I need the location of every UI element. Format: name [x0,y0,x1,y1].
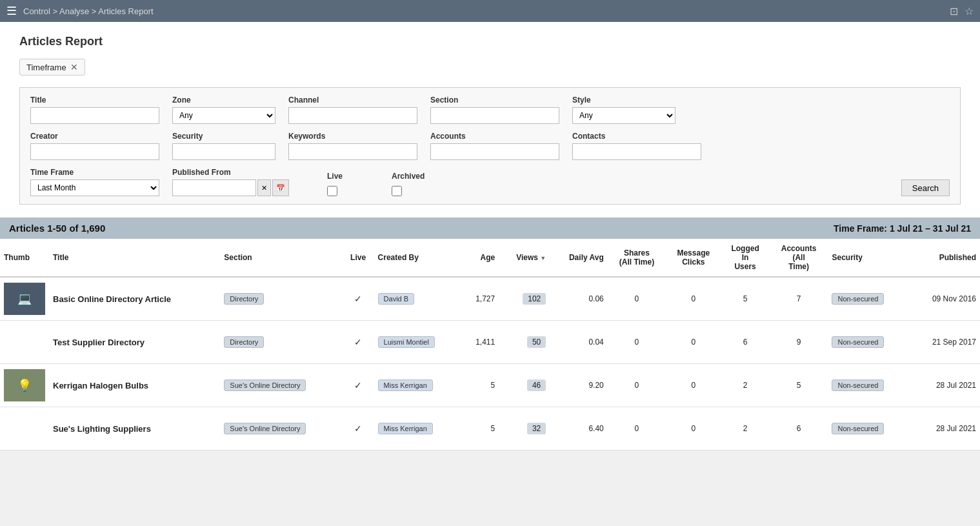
filter-form: Title Zone Any Channel Section Style A [19,87,961,205]
col-header-accounts-all-time: Accounts(AllTime) [770,239,828,277]
filter-group-channel: Channel [288,96,417,124]
filter-group-style: Style Any [572,96,675,124]
filter-label-section: Section [430,96,559,105]
cell-thumb: 💻 [0,277,49,321]
table-header-row: Thumb Title Section Live Created By Age … [0,239,980,277]
filter-group-published-from: Published From ✕ 📅 [172,168,314,196]
cell-daily-avg: 0.04 [550,321,608,364]
col-header-security: Security [828,239,910,277]
timeframe-tag-label: Timeframe [26,63,66,72]
filter-label-contacts: Contacts [572,132,701,141]
table-row[interactable]: 💻 Basic Online Directory Article Directo… [0,277,980,321]
window-icon[interactable]: ⊡ [950,5,958,17]
cell-shares: 0 [608,277,666,321]
cell-title[interactable]: Basic Online Directory Article [49,277,220,321]
cell-live: ✓ [343,321,374,364]
topbar-left: ☰ Control > Analyse > Articles Report [6,4,154,18]
page-title: Articles Report [19,35,961,48]
filter-input-title[interactable] [30,107,159,124]
main-content: Articles Report Timeframe ✕ Title Zone A… [0,22,980,217]
cell-section: Directory [220,277,342,321]
cell-title[interactable]: Test Supplier Directory [49,321,220,364]
cell-daily-avg: 0.06 [550,277,608,321]
filter-label-creator: Creator [30,132,159,141]
cell-daily-avg: 9.20 [550,364,608,407]
filter-label-title: Title [30,96,159,105]
filter-group-live: Live [327,172,379,196]
filter-checkbox-live[interactable] [327,186,337,196]
col-header-title: Title [49,239,220,277]
articles-table: Thumb Title Section Live Created By Age … [0,239,980,450]
filter-label-style: Style [572,96,675,105]
cell-live: ✓ [343,364,374,407]
filter-checkbox-archived[interactable] [392,186,402,196]
topbar: ☰ Control > Analyse > Articles Report ⊡ … [0,0,980,22]
thumbnail: 💻 [4,283,45,315]
search-button[interactable]: Search [901,179,950,196]
cell-live: ✓ [343,277,374,321]
search-btn-container: Search [677,179,950,196]
filter-select-zone[interactable]: Any [172,107,275,124]
filter-select-style[interactable]: Any [572,107,675,124]
cell-shares: 0 [608,407,666,450]
published-from-row: ✕ 📅 [172,179,314,196]
filter-row-1: Title Zone Any Channel Section Style A [30,96,950,124]
filter-label-keywords: Keywords [288,132,417,141]
cell-accounts-all-time: 9 [770,321,828,364]
filter-input-section[interactable] [430,107,559,124]
menu-icon[interactable]: ☰ [6,4,17,18]
filter-input-accounts[interactable] [430,143,559,160]
filter-input-creator[interactable] [30,143,159,160]
cell-created-by: Luismi Montiel [374,321,462,364]
filter-input-keywords[interactable] [288,143,417,160]
filter-select-timeframe[interactable]: Last Month This Month Last Week This Wee… [30,179,159,196]
cell-section: Directory [220,321,342,364]
cell-section: Sue's Online Directory [220,364,342,407]
timeframe-tag: Timeframe ✕ [19,59,85,76]
thumbnail-placeholder [4,326,45,358]
cell-message-clicks: 0 [666,364,721,407]
live-checkmark: ✓ [354,294,362,304]
results-count: Articles 1-50 of 1,690 [9,223,105,234]
cell-message-clicks: 0 [666,277,721,321]
col-header-created-by: Created By [374,239,462,277]
filter-group-section: Section [430,96,559,124]
table-row[interactable]: Test Supplier Directory Directory ✓ Luis… [0,321,980,364]
filter-input-published-from[interactable] [172,179,256,196]
cell-views: 32 [499,407,550,450]
filter-group-creator: Creator [30,132,159,160]
cell-security: Non-secured [828,321,910,364]
cell-thumb [0,407,49,450]
col-header-views: Views ▼ [499,239,550,277]
filter-label-channel: Channel [288,96,417,105]
cell-section: Sue's Online Directory [220,407,342,450]
published-calendar-button[interactable]: 📅 [272,179,289,196]
star-icon[interactable]: ☆ [965,5,974,17]
topbar-right: ⊡ ☆ [950,5,974,17]
table-row[interactable]: Sue's Lighting Suppliers Sue's Online Di… [0,407,980,450]
published-clear-button[interactable]: ✕ [257,179,271,196]
filter-input-channel[interactable] [288,107,417,124]
cell-title[interactable]: Sue's Lighting Suppliers [49,407,220,450]
col-header-section: Section [220,239,342,277]
timeframe-tag-close[interactable]: ✕ [70,62,78,72]
cell-thumb: 💡 [0,364,49,407]
cell-views: 102 [499,277,550,321]
filter-label-published-from: Published From [172,168,314,177]
col-header-age: Age [462,239,499,277]
cell-accounts-all-time: 5 [770,364,828,407]
cell-title[interactable]: Kerrigan Halogen Bulbs [49,364,220,407]
filter-input-security[interactable] [172,143,275,160]
cell-created-by: Miss Kerrigan [374,364,462,407]
cell-daily-avg: 6.40 [550,407,608,450]
filter-input-contacts[interactable] [572,143,701,160]
table-row[interactable]: 💡 Kerrigan Halogen Bulbs Sue's Online Di… [0,364,980,407]
views-sort-icon[interactable]: ▼ [540,255,546,261]
live-checkmark: ✓ [354,423,362,434]
filter-label-accounts: Accounts [430,132,559,141]
cell-views: 46 [499,364,550,407]
cell-age: 5 [462,407,499,450]
cell-accounts-all-time: 7 [770,277,828,321]
breadcrumb: Control > Analyse > Articles Report [23,6,154,16]
live-checkmark: ✓ [354,380,362,390]
